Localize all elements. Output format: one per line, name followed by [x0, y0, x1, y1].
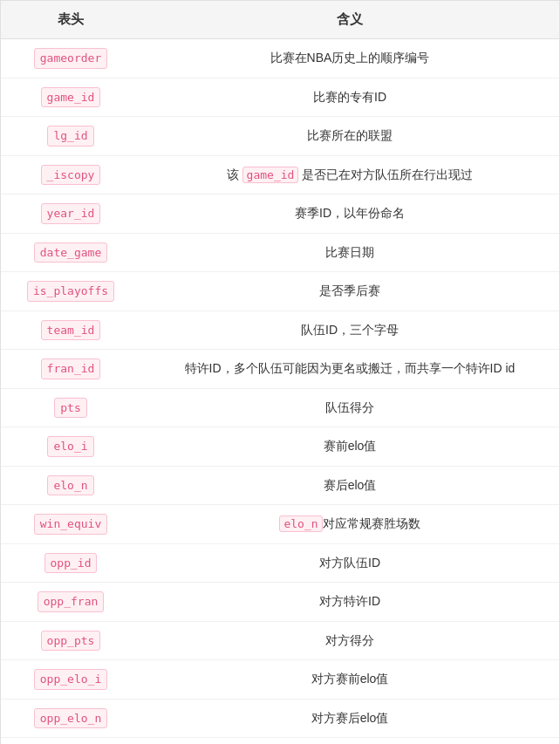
key-code-tag: opp_id — [44, 553, 98, 574]
table-cell-desc: 队伍ID，三个字母 — [140, 311, 559, 350]
key-code-tag: fran_id — [41, 358, 101, 379]
key-code-tag: _iscopy — [41, 165, 101, 186]
table-row: opp_fran对方特许ID — [1, 583, 559, 622]
table-cell-desc: 对方赛后elo值 — [140, 699, 559, 738]
table-cell-key: win_equiv — [1, 505, 140, 544]
table-row: elo_i赛前elo值 — [1, 427, 559, 467]
table-row: game_location主场(N)，客场(A)，中立(N) — [1, 738, 559, 745]
table-row: lg_id比赛所在的联盟 — [1, 117, 559, 156]
key-code-tag: game_id — [41, 87, 101, 108]
table-cell-key: elo_n — [1, 466, 140, 505]
main-table-container: 表头 含义 gameorder比赛在NBA历史上的顺序编号game_id比赛的专… — [0, 0, 560, 744]
key-code-tag: lg_id — [47, 126, 93, 147]
key-code-tag: opp_elo_i — [34, 669, 107, 690]
table-cell-key: game_location — [1, 738, 140, 745]
table-cell-desc: 队伍得分 — [140, 388, 559, 427]
table-cell-key: gameorder — [1, 39, 140, 78]
table-row: win_equivelo_n对应常规赛胜场数 — [1, 505, 559, 544]
table-row: is_playoffs是否季后赛 — [1, 272, 559, 311]
table-cell-key: game_id — [1, 78, 140, 117]
table-cell-key: opp_id — [1, 543, 140, 583]
table-cell-key: opp_elo_i — [1, 660, 140, 700]
table-cell-key: _iscopy — [1, 155, 140, 195]
table-cell-key: opp_elo_n — [1, 699, 140, 738]
table-cell-desc: 特许ID，多个队伍可能因为更名或搬迁，而共享一个特许ID id — [140, 350, 559, 389]
table-cell-desc: 是否季后赛 — [140, 272, 559, 311]
key-code-tag: year_id — [41, 203, 101, 224]
table-row: elo_n赛后elo值 — [1, 466, 559, 505]
table-row: fran_id特许ID，多个队伍可能因为更名或搬迁，而共享一个特许ID id — [1, 350, 559, 389]
table-cell-key: lg_id — [1, 117, 140, 156]
key-code-tag: opp_elo_n — [34, 708, 107, 729]
table-cell-desc: 该 game_id 是否已在对方队伍所在行出现过 — [140, 155, 559, 195]
table-cell-key: team_id — [1, 311, 140, 350]
table-cell-key: elo_i — [1, 427, 140, 467]
inline-code-tag: elo_n — [279, 515, 322, 532]
inline-code-tag: game_id — [242, 167, 299, 183]
table-cell-desc: 赛后elo值 — [140, 466, 559, 505]
key-code-tag: is_playoffs — [27, 281, 114, 302]
table-cell-key: opp_fran — [1, 583, 140, 622]
table-row: year_id赛季ID，以年份命名 — [1, 195, 559, 234]
table-header-row: 表头 含义 — [1, 1, 559, 39]
table-row: gameorder比赛在NBA历史上的顺序编号 — [1, 39, 559, 78]
key-code-tag: win_equiv — [34, 514, 107, 535]
table-cell-desc: 比赛在NBA历史上的顺序编号 — [140, 39, 559, 78]
key-code-tag: elo_i — [47, 436, 93, 457]
table-cell-desc: 对方得分 — [140, 621, 559, 660]
table-cell-desc: 对方特许ID — [140, 583, 559, 622]
table-row: _iscopy该 game_id 是否已在对方队伍所在行出现过 — [1, 155, 559, 195]
table-cell-desc: 主场(N)，客场(A)，中立(N) — [140, 738, 559, 745]
table-cell-desc: 比赛日期 — [140, 233, 559, 272]
table-cell-desc: elo_n对应常规赛胜场数 — [140, 505, 559, 544]
table-row: opp_pts对方得分 — [1, 621, 559, 660]
table-cell-desc: 比赛的专有ID — [140, 78, 559, 117]
table-cell-desc: 对方赛前elo值 — [140, 660, 559, 700]
key-code-tag: team_id — [41, 320, 101, 341]
key-code-tag: opp_pts — [41, 631, 101, 652]
table-cell-key: pts — [1, 388, 140, 427]
table-cell-desc: 赛季ID，以年份命名 — [140, 195, 559, 234]
table-row: team_id队伍ID，三个字母 — [1, 311, 559, 350]
key-code-tag: elo_n — [47, 475, 93, 496]
key-code-tag: pts — [54, 398, 86, 419]
table-row: opp_elo_n对方赛后elo值 — [1, 699, 559, 738]
table-cell-desc: 赛前elo值 — [140, 427, 559, 467]
col-header-key: 表头 — [1, 1, 140, 39]
table-row: opp_elo_i对方赛前elo值 — [1, 660, 559, 700]
table-cell-desc: 对方队伍ID — [140, 543, 559, 583]
table-cell-desc: 比赛所在的联盟 — [140, 117, 559, 156]
table-row: opp_id对方队伍ID — [1, 543, 559, 583]
data-table: 表头 含义 gameorder比赛在NBA历史上的顺序编号game_id比赛的专… — [1, 1, 559, 744]
table-cell-key: date_game — [1, 233, 140, 272]
col-header-desc: 含义 — [140, 1, 559, 39]
table-row: date_game比赛日期 — [1, 233, 559, 272]
table-cell-key: opp_pts — [1, 621, 140, 660]
key-code-tag: gameorder — [34, 48, 107, 69]
table-cell-key: year_id — [1, 195, 140, 234]
table-row: game_id比赛的专有ID — [1, 78, 559, 117]
key-code-tag: opp_fran — [38, 591, 105, 612]
table-row: pts队伍得分 — [1, 388, 559, 427]
table-cell-key: is_playoffs — [1, 272, 140, 311]
table-cell-key: fran_id — [1, 350, 140, 389]
key-code-tag: date_game — [34, 242, 107, 263]
